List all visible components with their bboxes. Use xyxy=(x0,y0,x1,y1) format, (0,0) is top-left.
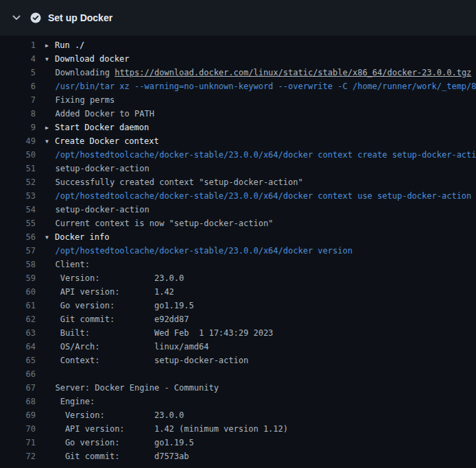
line-number[interactable]: 49 xyxy=(0,134,36,148)
line-number[interactable]: 66 xyxy=(0,367,36,381)
log-line: 59 Version: 23.0.0 xyxy=(0,271,476,285)
log-line: 4▼Download docker xyxy=(0,52,476,66)
line-number[interactable]: 62 xyxy=(0,312,36,326)
log-line: 64 OS/Arch: linux/amd64 xyxy=(0,340,476,354)
log-group-toggle[interactable]: ▶Start Docker daemon xyxy=(36,121,476,134)
log-text: Engine: xyxy=(36,395,476,408)
log-line: 71 Go version: go1.19.5 xyxy=(0,436,476,449)
log-line: 9▶Start Docker daemon xyxy=(0,121,476,134)
log-line: 62 Git commit: e92dd87 xyxy=(0,312,476,326)
line-number[interactable]: 50 xyxy=(0,148,36,162)
triangle-down-icon: ▼ xyxy=(45,231,55,244)
log-line: 60 API version: 1.42 xyxy=(0,285,476,299)
line-number[interactable]: 59 xyxy=(0,271,36,285)
line-number[interactable]: 60 xyxy=(0,285,36,299)
log-line: 72 Git commit: d7573ab xyxy=(0,449,476,463)
log-text: API version: 1.42 (minimum version 1.12) xyxy=(36,422,476,436)
log-text: Context: setup-docker-action xyxy=(36,354,476,367)
log-group-toggle[interactable]: ▼Docker info xyxy=(36,230,476,244)
line-number[interactable]: 55 xyxy=(0,217,36,230)
log-group-toggle[interactable]: ▼Create Docker context xyxy=(36,134,476,148)
triangle-down-icon: ▼ xyxy=(45,53,55,66)
log-line: 5 Downloading https://download.docker.co… xyxy=(0,66,476,79)
log-line: 57 /opt/hostedtoolcache/docker-stable/23… xyxy=(0,244,476,258)
log-line: 51 setup-docker-action xyxy=(0,162,476,175)
log-line: 67 Server: Docker Engine - Community xyxy=(0,381,476,395)
line-number[interactable]: 67 xyxy=(0,381,36,395)
log-command-text: /opt/hostedtoolcache/docker-stable/23.0.… xyxy=(36,244,476,258)
line-number[interactable]: 68 xyxy=(0,395,36,408)
line-number[interactable]: 56 xyxy=(0,230,36,244)
log-line: 7 Fixing perms xyxy=(0,93,476,107)
line-number[interactable]: 4 xyxy=(0,52,36,66)
log-command-text: /opt/hostedtoolcache/docker-stable/23.0.… xyxy=(36,148,476,162)
line-number[interactable]: 61 xyxy=(0,299,36,312)
log-text: Successfully created context "setup-dock… xyxy=(36,175,476,189)
line-number[interactable]: 57 xyxy=(0,244,36,258)
step-title: Set up Docker xyxy=(48,12,112,23)
log-line: 61 Go version: go1.19.5 xyxy=(0,299,476,312)
log-command-text: /opt/hostedtoolcache/docker-stable/23.0.… xyxy=(36,189,476,203)
line-number[interactable]: 51 xyxy=(0,162,36,175)
log-line: 49▼Create Docker context xyxy=(0,134,476,148)
log-text: Server: Docker Engine - Community xyxy=(36,381,476,395)
line-number[interactable]: 71 xyxy=(0,436,36,449)
line-number[interactable]: 5 xyxy=(0,66,36,79)
log-text: Client: xyxy=(36,258,476,271)
log-line: 68 Engine: xyxy=(0,395,476,408)
log-line: 58 Client: xyxy=(0,258,476,271)
log-line: 8 Added Docker to PATH xyxy=(0,107,476,121)
triangle-right-icon: ▶ xyxy=(45,121,55,134)
log-line: 66 xyxy=(0,367,476,381)
line-number[interactable]: 63 xyxy=(0,326,36,340)
log-line: 54 setup-docker-action xyxy=(0,203,476,217)
chevron-down-icon[interactable] xyxy=(11,12,22,23)
log-group-toggle[interactable]: ▶Run ./ xyxy=(36,38,476,52)
log-line: 52 Successfully created context "setup-d… xyxy=(0,175,476,189)
line-number[interactable]: 1 xyxy=(0,38,36,52)
log-group-toggle[interactable]: ▼Download docker xyxy=(36,52,476,66)
line-number[interactable]: 72 xyxy=(0,449,36,463)
line-number[interactable]: 64 xyxy=(0,340,36,354)
log-line: 56▼Docker info xyxy=(0,230,476,244)
log-text: API version: 1.42 xyxy=(36,285,476,299)
line-number[interactable]: 6 xyxy=(0,79,36,93)
line-number[interactable]: 52 xyxy=(0,175,36,189)
log-line: 55 Current context is now "setup-docker-… xyxy=(0,217,476,230)
line-number[interactable]: 65 xyxy=(0,354,36,367)
log-line: 63 Built: Wed Feb 1 17:43:29 2023 xyxy=(0,326,476,340)
log-text: Go version: go1.19.5 xyxy=(36,299,476,312)
log-text: Built: Wed Feb 1 17:43:29 2023 xyxy=(36,326,476,340)
log-text: Version: 23.0.0 xyxy=(36,271,476,285)
log-text: setup-docker-action xyxy=(36,203,476,217)
log-line: 69 Version: 23.0.0 xyxy=(0,408,476,422)
download-url-link[interactable]: https://download.docker.com/linux/static… xyxy=(115,68,471,77)
log-text: Git commit: e92dd87 xyxy=(36,312,476,326)
line-number[interactable]: 7 xyxy=(0,93,36,107)
triangle-down-icon: ▼ xyxy=(45,135,55,148)
line-number[interactable]: 69 xyxy=(0,408,36,422)
log-line: 70 API version: 1.42 (minimum version 1.… xyxy=(0,422,476,436)
log-line: 50 /opt/hostedtoolcache/docker-stable/23… xyxy=(0,148,476,162)
log-text: Added Docker to PATH xyxy=(36,107,476,121)
line-number[interactable]: 54 xyxy=(0,203,36,217)
step-header[interactable]: Set up Docker xyxy=(0,0,476,36)
log-line: 65 Context: setup-docker-action xyxy=(0,354,476,367)
log-text: Current context is now "setup-docker-act… xyxy=(36,217,476,230)
log-line: 53 /opt/hostedtoolcache/docker-stable/23… xyxy=(0,189,476,203)
log-text xyxy=(36,367,476,381)
line-number[interactable]: 9 xyxy=(0,121,36,134)
log-body: 1▶Run ./4▼Download docker5 Downloading h… xyxy=(0,36,476,463)
log-text: OS/Arch: linux/amd64 xyxy=(36,340,476,354)
line-number[interactable]: 70 xyxy=(0,422,36,436)
log-command-text: /usr/bin/tar xz --warning=no-unknown-key… xyxy=(36,79,476,93)
line-number[interactable]: 58 xyxy=(0,258,36,271)
line-number[interactable]: 53 xyxy=(0,189,36,203)
log-text: Go version: go1.19.5 xyxy=(36,436,476,449)
log-text: Fixing perms xyxy=(36,93,476,107)
log-text: Version: 23.0.0 xyxy=(36,408,476,422)
line-number[interactable]: 8 xyxy=(0,107,36,121)
log-text: setup-docker-action xyxy=(36,162,476,175)
log-text: Downloading https://download.docker.com/… xyxy=(36,66,476,79)
log-line: 6 /usr/bin/tar xz --warning=no-unknown-k… xyxy=(0,79,476,93)
